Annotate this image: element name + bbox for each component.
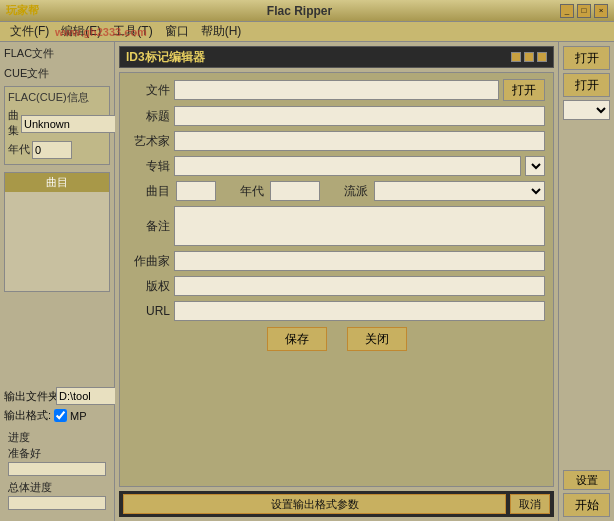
album-form-input[interactable]: [174, 156, 521, 176]
url-label: URL: [128, 304, 170, 318]
right-dropdown[interactable]: [563, 100, 610, 120]
left-panel: FLAC文件 CUE文件 FLAC(CUE)信息 曲集 年代 曲目 输出文件夹 …: [0, 42, 115, 521]
year-label: 年代: [8, 142, 30, 157]
total-progress-bar-container: [8, 496, 106, 510]
copyright-label: 版权: [128, 278, 170, 295]
genre-select[interactable]: [374, 181, 545, 201]
composer-row: 作曲家: [128, 251, 545, 271]
id3-header: ID3标记编辑器: [119, 46, 554, 68]
menu-bar: 文件(F) 编辑(E) 工具(T) 窗口 帮助(H) www.gh2333.co…: [0, 22, 614, 42]
settings-button[interactable]: 设置: [563, 470, 610, 490]
bottom-bar: 设置输出格式参数 取消: [119, 491, 554, 517]
action-row: 保存 关闭: [128, 327, 545, 351]
comment-row: 备注: [128, 206, 545, 246]
genre-label: 流派: [326, 183, 368, 200]
copyright-row: 版权: [128, 276, 545, 296]
save-button[interactable]: 保存: [267, 327, 327, 351]
artist-row: 艺术家: [128, 131, 545, 151]
menu-help[interactable]: 帮助(H): [195, 21, 248, 42]
cancel-button[interactable]: 取消: [510, 494, 550, 514]
title-bar-controls: _ □ ×: [560, 4, 608, 18]
title-input[interactable]: [174, 106, 545, 126]
id3-title: ID3标记编辑器: [126, 49, 205, 66]
output-folder-label: 输出文件夹: [4, 389, 54, 404]
id3-dots: [511, 52, 547, 62]
open-cue-button[interactable]: 打开: [563, 73, 610, 97]
album-label: 曲集: [8, 108, 19, 138]
form-area: 文件 打开 标题 艺术家 专辑 曲目 年代: [119, 72, 554, 487]
title-row: 标题: [128, 106, 545, 126]
maximize-button[interactable]: □: [577, 4, 591, 18]
composer-input[interactable]: [174, 251, 545, 271]
copyright-input[interactable]: [174, 276, 545, 296]
flac-cue-label: FLAC(CUE)信息: [8, 90, 106, 105]
comment-label: 备注: [128, 218, 170, 235]
minimize-button[interactable]: _: [560, 4, 574, 18]
file-input[interactable]: [174, 80, 499, 100]
track-form-row: 曲目 年代 流派: [128, 181, 545, 201]
output-section: 输出文件夹 输出格式: MP 进度 准备好 总体进度: [4, 387, 110, 517]
track-form-label: 曲目: [128, 183, 170, 200]
center-panel: ID3标记编辑器 文件 打开 标题 艺术家 专: [115, 42, 558, 521]
title-bar: 玩家帮 Flac Ripper _ □ ×: [0, 0, 614, 22]
album-form-row: 专辑: [128, 156, 545, 176]
year-input[interactable]: [32, 141, 72, 159]
menu-window[interactable]: 窗口: [159, 21, 195, 42]
right-panel: 打开 打开 设置 开始: [558, 42, 614, 521]
start-button[interactable]: 开始: [563, 493, 610, 517]
main-area: FLAC文件 CUE文件 FLAC(CUE)信息 曲集 年代 曲目 输出文件夹 …: [0, 42, 614, 521]
artist-label: 艺术家: [128, 133, 170, 150]
cue-label: CUE文件: [4, 66, 110, 81]
file-row: 文件 打开: [128, 79, 545, 101]
flac-cue-info-box: FLAC(CUE)信息 曲集 年代: [4, 86, 110, 165]
close-button[interactable]: ×: [594, 4, 608, 18]
id3-dot-2: [524, 52, 534, 62]
output-folder-row: 输出文件夹: [4, 387, 110, 405]
menu-file[interactable]: 文件(F): [4, 21, 55, 42]
output-format-label: 输出格式:: [4, 408, 51, 423]
url-input[interactable]: [174, 301, 545, 321]
total-progress-label: 总体进度: [8, 480, 106, 495]
year-form-input[interactable]: [270, 181, 320, 201]
format-row: 输出格式: MP: [4, 408, 110, 423]
open-flac-button[interactable]: 打开: [563, 46, 610, 70]
close-button[interactable]: 关闭: [347, 327, 407, 351]
watermark: www.gh2333.com: [55, 26, 147, 38]
config-format-button[interactable]: 设置输出格式参数: [123, 494, 506, 514]
album-select[interactable]: [525, 156, 545, 176]
progress-label: 进度: [8, 430, 106, 445]
title-bar-text: Flac Ripper: [39, 4, 560, 18]
progress-bar-container: [8, 462, 106, 476]
format-checkbox[interactable]: [54, 409, 67, 422]
id3-dot-1: [511, 52, 521, 62]
comment-textarea[interactable]: [174, 206, 545, 246]
flac-label: FLAC文件: [4, 46, 110, 61]
year-form-label: 年代: [222, 183, 264, 200]
file-open-button[interactable]: 打开: [503, 79, 545, 101]
album-row: 曲集: [8, 108, 106, 139]
album-form-label: 专辑: [128, 158, 170, 175]
composer-label: 作曲家: [128, 253, 170, 270]
artist-input[interactable]: [174, 131, 545, 151]
track-list-box: 曲目: [4, 172, 110, 292]
progress-section: 进度 准备好 总体进度: [4, 427, 110, 517]
track-header: 曲目: [5, 173, 109, 192]
progress-status: 准备好: [8, 446, 106, 461]
track-number-input[interactable]: [176, 181, 216, 201]
title-label: 标题: [128, 108, 170, 125]
year-row: 年代: [8, 141, 106, 159]
file-label: 文件: [128, 82, 170, 99]
format-value-label: MP: [70, 410, 87, 422]
id3-dot-3: [537, 52, 547, 62]
logo: 玩家帮: [6, 3, 39, 18]
url-row: URL: [128, 301, 545, 321]
